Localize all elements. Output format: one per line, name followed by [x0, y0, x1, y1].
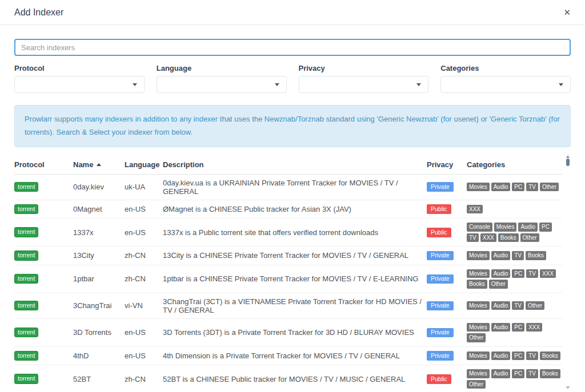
category-chip: Books	[540, 369, 560, 378]
dialog-body: Protocol Language Privacy Categories	[0, 25, 585, 392]
category-chips: MoviesAudioPCTVBooks	[467, 351, 560, 361]
category-chips: ConsoleMoviesAudioPCTVXXXBooksOther	[467, 223, 560, 242]
indexer-description: ØMagnet is a CHINESE Public tracker for …	[163, 200, 427, 219]
info-banner: Prowlarr supports many indexers in addit…	[14, 105, 571, 147]
category-chip: XXX	[526, 323, 542, 332]
col-header-name[interactable]: Name	[73, 156, 125, 175]
filter-categories: Categories	[440, 64, 571, 93]
chevron-down-icon	[133, 83, 137, 86]
category-chip: PC	[539, 223, 552, 232]
category-chip: Console	[467, 223, 492, 232]
category-chip: TV	[512, 301, 524, 310]
indexer-language: zh-CN	[125, 265, 163, 293]
category-chip: TV	[512, 251, 524, 260]
category-chip: XXX	[480, 233, 496, 243]
category-chip: Movies	[467, 301, 490, 310]
indexer-language: vi-VN	[125, 293, 163, 318]
category-chip: TV	[467, 233, 479, 243]
table-row[interactable]: torrent 1ptbar zh-CN 1ptbar is a CHINESE…	[14, 265, 563, 293]
filter-language-label: Language	[157, 64, 287, 72]
protocol-select[interactable]	[14, 76, 145, 93]
category-chip: Audio	[491, 369, 511, 378]
scroll-down-icon[interactable]	[566, 386, 570, 389]
category-chips: MoviesAudioPCTVOther	[467, 183, 560, 192]
category-chips: MoviesAudioPCTVBooksOther	[467, 369, 560, 389]
protocol-badge: torrent	[14, 250, 38, 261]
indexer-table: Protocol Name Language Description Priva…	[14, 156, 563, 392]
privacy-badge: Public	[427, 228, 451, 237]
table-row[interactable]: torrent 0day.kiev uk-UA 0day.kiev.ua is …	[14, 174, 563, 200]
chevron-down-icon	[275, 83, 279, 86]
col-header-protocol[interactable]: Protocol	[14, 156, 73, 175]
category-chip: Other	[540, 183, 559, 192]
filter-row: Protocol Language Privacy Categories	[14, 64, 571, 93]
category-chip: PC	[512, 269, 524, 278]
chevron-down-icon	[416, 83, 421, 86]
table-row[interactable]: torrent 52BT zh-CN 52BT is a CHINESE Pub…	[14, 365, 563, 392]
protocol-badge: torrent	[14, 351, 38, 361]
dialog-header: Add Indexer ✕	[0, 0, 585, 25]
indexer-name: 13City	[73, 246, 125, 265]
col-header-description[interactable]: Description	[163, 156, 427, 175]
table-row[interactable]: torrent 1337x en-US 1337x is a Public to…	[14, 219, 563, 246]
category-chip: Other	[467, 380, 486, 389]
category-chip: Movies	[467, 351, 490, 361]
category-chip: TV	[526, 369, 538, 378]
indexer-description: 3ChangTrai (3CT) is a VIETNAMESE Private…	[163, 293, 427, 318]
filter-protocol-label: Protocol	[14, 64, 145, 72]
protocol-badge: torrent	[14, 374, 38, 384]
protocol-badge: torrent	[14, 301, 38, 311]
table-row[interactable]: torrent 13City zh-CN 13City is a CHINESE…	[14, 246, 563, 265]
category-chip: TV	[526, 269, 538, 278]
indexer-description: 0day.kiev.ua is a UKRAINIAN Private Torr…	[163, 174, 427, 200]
category-chips: MoviesAudioTVBooks	[467, 251, 560, 260]
close-icon[interactable]: ✕	[563, 8, 571, 17]
category-chip: Movies	[467, 369, 490, 378]
indexer-name: 3D Torrents	[73, 318, 125, 346]
category-chip: Movies	[467, 183, 490, 192]
privacy-badge: Private	[427, 274, 454, 284]
privacy-badge: Private	[427, 351, 454, 361]
indexer-language: zh-CN	[125, 246, 163, 265]
privacy-select[interactable]	[299, 76, 429, 93]
filter-privacy-label: Privacy	[299, 64, 429, 72]
col-header-privacy[interactable]: Privacy	[427, 156, 467, 175]
indexer-language: en-US	[125, 219, 163, 246]
language-select[interactable]	[157, 76, 287, 93]
protocol-badge: torrent	[14, 274, 38, 284]
category-chip: Audio	[491, 269, 511, 278]
search-box	[14, 39, 571, 56]
protocol-badge: torrent	[14, 182, 38, 192]
category-chip: Other	[489, 280, 508, 289]
indexer-name: 1337x	[73, 219, 125, 246]
privacy-badge: Private	[427, 301, 454, 311]
filter-language: Language	[157, 64, 287, 93]
search-input[interactable]	[14, 39, 571, 56]
category-chip: Books	[467, 280, 487, 289]
category-chip: PC	[512, 323, 524, 332]
table-row[interactable]: torrent 4thD en-US 4th Dimension is a Pr…	[14, 346, 563, 365]
categories-select[interactable]	[440, 76, 571, 93]
indexer-language: en-US	[125, 346, 163, 365]
scrollbar-thumb[interactable]	[566, 159, 570, 166]
category-chip: Books	[498, 233, 519, 243]
privacy-badge: Private	[427, 251, 454, 261]
indexer-name: 52BT	[73, 365, 125, 392]
table-row[interactable]: torrent 3ChangTrai vi-VN 3ChangTrai (3CT…	[14, 293, 563, 318]
protocol-badge: torrent	[14, 227, 38, 237]
indexer-name: 4thD	[73, 346, 125, 365]
col-header-language[interactable]: Language	[125, 156, 163, 175]
category-chips: MoviesAudioPCTVXXXBooksOther	[467, 269, 560, 289]
category-chip: PC	[512, 369, 524, 378]
page-title: Add Indexer	[14, 7, 63, 18]
category-chip: Movies	[467, 251, 490, 260]
indexer-language: en-US	[125, 200, 163, 219]
category-chips: MoviesAudioTVOther	[467, 301, 560, 310]
table-row[interactable]: torrent 3D Torrents en-US 3D Torrents (3…	[14, 318, 563, 346]
col-header-categories[interactable]: Categories	[467, 156, 563, 175]
indexer-name: 3ChangTrai	[73, 293, 125, 318]
table-row[interactable]: torrent 0Magnet en-US ØMagnet is a CHINE…	[14, 200, 563, 219]
indexer-description: 1ptbar is a CHINESE Private Torrent Trac…	[163, 265, 427, 293]
indexer-description: 52BT is a CHINESE Public tracker for MOV…	[163, 365, 427, 392]
category-chip: Audio	[491, 183, 511, 192]
